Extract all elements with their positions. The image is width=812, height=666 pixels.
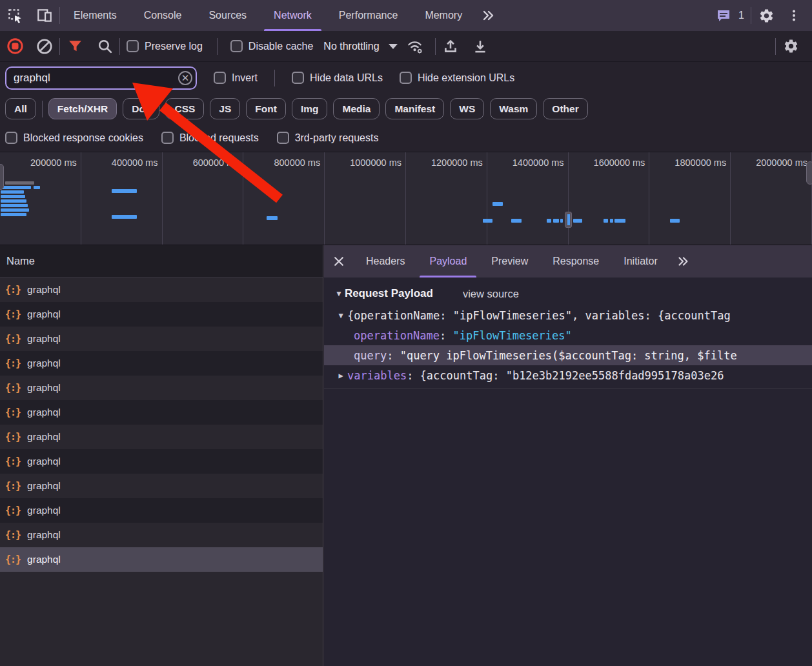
tab-memory[interactable]: Memory	[411, 0, 476, 31]
request-row[interactable]: {:}graphql	[0, 474, 323, 498]
overview-left-handle[interactable]	[0, 164, 4, 190]
network-settings-button[interactable]	[776, 31, 806, 62]
network-overview-strip[interactable]: 200000 ms400000 ms600000 ms800000 ms1000…	[0, 152, 812, 245]
tab-headers[interactable]: Headers	[354, 245, 417, 278]
section-expand-icon[interactable]: ▼	[335, 289, 343, 298]
tab-sources[interactable]: Sources	[195, 0, 260, 31]
chip-js[interactable]: JS	[210, 98, 240, 119]
chip-manifest[interactable]: Manifest	[385, 98, 444, 119]
waterfall-bar	[1, 208, 29, 212]
request-row[interactable]: {:}graphql	[0, 351, 323, 376]
record-network-log-button[interactable]	[0, 31, 30, 62]
disable-cache-checkbox[interactable]	[230, 40, 243, 52]
divider	[217, 38, 218, 55]
tab-payload[interactable]: Payload	[417, 245, 479, 278]
close-details-button[interactable]	[324, 245, 354, 278]
payload-string-value: "ipFlowTimeseries"	[453, 329, 572, 342]
payload-variables-row[interactable]: ▶ variables: {accountTag: "b12e3b2192ee5…	[324, 365, 812, 385]
chip-css[interactable]: CSS	[165, 98, 204, 119]
invert-toggle[interactable]: Invert	[214, 72, 258, 84]
request-row[interactable]: {:}graphql	[0, 278, 323, 302]
chip-ws[interactable]: WS	[450, 98, 484, 119]
preserve-log-checkbox[interactable]	[127, 40, 139, 52]
customize-devtools-button[interactable]	[781, 0, 807, 31]
filter-input-wrap: ✕	[5, 66, 197, 90]
request-row[interactable]: {:}graphql	[0, 327, 323, 351]
request-row[interactable]: {:}graphql	[0, 547, 323, 572]
console-messages-button[interactable]	[713, 0, 735, 31]
payload-query-row[interactable]: query: "query ipFlowTimeseries($accountT…	[324, 345, 812, 365]
import-har-button[interactable]	[436, 31, 465, 62]
request-rows: {:}graphql{:}graphql{:}graphql{:}graphql…	[0, 278, 323, 572]
third-party-requests-toggle[interactable]: 3rd-party requests	[277, 132, 379, 144]
chip-other[interactable]: Other	[543, 98, 587, 119]
chip-all[interactable]: All	[5, 98, 36, 119]
message-count: 1	[738, 10, 744, 21]
payload-operation-row[interactable]: operationName: "ipFlowTimeseries"	[324, 325, 812, 345]
expand-open-icon[interactable]: ▼	[334, 311, 347, 320]
invert-checkbox[interactable]	[214, 72, 226, 84]
clear-network-log-button[interactable]	[30, 31, 59, 62]
tab-elements[interactable]: Elements	[60, 0, 130, 31]
tab-performance[interactable]: Performance	[325, 0, 412, 31]
chip-font[interactable]: Font	[246, 98, 286, 119]
view-source-link[interactable]: view source	[463, 288, 519, 300]
payload-root-row[interactable]: ▼ {operationName: "ipFlowTimeseries", va…	[324, 305, 812, 325]
key-separator: :	[407, 369, 420, 382]
payload-root-preview: {operationName: "ipFlowTimeseries", vari…	[347, 309, 731, 322]
waterfall-bar	[112, 189, 137, 193]
third-party-requests-label: 3rd-party requests	[295, 132, 379, 144]
tab-network[interactable]: Network	[260, 0, 325, 31]
filter-input[interactable]	[5, 66, 197, 90]
blocked-response-cookies-toggle[interactable]: Blocked response cookies	[5, 132, 143, 144]
clear-filter-button[interactable]: ✕	[178, 71, 192, 85]
hide-extension-urls-toggle[interactable]: Hide extension URLs	[400, 72, 514, 84]
export-har-button[interactable]	[465, 31, 495, 62]
third-party-requests-checkbox[interactable]	[277, 132, 289, 144]
wifi-gear-icon	[406, 37, 423, 55]
hide-data-urls-toggle[interactable]: Hide data URLs	[292, 72, 383, 84]
chip-img[interactable]: Img	[292, 98, 328, 119]
tab-response[interactable]: Response	[540, 245, 611, 278]
request-row[interactable]: {:}graphql	[0, 449, 323, 474]
overview-right-handle[interactable]	[806, 161, 812, 185]
more-detail-tabs-button[interactable]	[670, 245, 696, 278]
blocked-response-cookies-checkbox[interactable]	[5, 132, 17, 144]
request-row[interactable]: {:}graphql	[0, 425, 323, 449]
search-button[interactable]	[90, 31, 119, 62]
blocked-requests-checkbox[interactable]	[161, 132, 174, 144]
request-row[interactable]: {:}graphql	[0, 376, 323, 400]
chip-doc[interactable]: Doc	[123, 98, 159, 119]
more-tabs-button[interactable]	[476, 0, 500, 31]
settings-button[interactable]	[751, 0, 781, 31]
waterfall-bar	[614, 219, 625, 223]
throttling-select[interactable]: No throttling	[323, 41, 397, 52]
name-column-header[interactable]: Name	[0, 245, 323, 278]
blocked-requests-toggle[interactable]: Blocked requests	[161, 132, 259, 144]
request-details-panel: Headers Payload Preview Response Initiat…	[324, 245, 812, 666]
hide-extension-urls-checkbox[interactable]	[400, 72, 412, 84]
upload-icon	[442, 38, 459, 55]
disable-cache-toggle[interactable]: Disable cache	[230, 40, 314, 52]
request-row[interactable]: {:}graphql	[0, 302, 323, 327]
request-row[interactable]: {:}graphql	[0, 498, 323, 523]
network-conditions-button[interactable]	[400, 31, 430, 62]
hide-data-urls-checkbox[interactable]	[292, 72, 304, 84]
tab-initiator[interactable]: Initiator	[611, 245, 669, 278]
device-toolbar-button[interactable]	[30, 0, 59, 31]
waterfall-bar	[1, 195, 25, 198]
chip-fetch-xhr[interactable]: Fetch/XHR	[48, 98, 117, 119]
expand-collapsed-icon[interactable]: ▶	[334, 371, 347, 380]
waterfall-bar	[267, 216, 278, 220]
tab-preview[interactable]: Preview	[479, 245, 540, 278]
waterfall-bar	[34, 186, 40, 189]
inspect-element-button[interactable]	[0, 0, 30, 31]
filter-toggle-button[interactable]	[60, 31, 90, 62]
chip-media[interactable]: Media	[333, 98, 380, 119]
request-row[interactable]: {:}graphql	[0, 523, 323, 547]
request-name: graphql	[27, 308, 61, 320]
tab-console[interactable]: Console	[130, 0, 196, 31]
preserve-log-toggle[interactable]: Preserve log	[127, 40, 203, 52]
request-row[interactable]: {:}graphql	[0, 400, 323, 425]
chip-wasm[interactable]: Wasm	[490, 98, 537, 119]
